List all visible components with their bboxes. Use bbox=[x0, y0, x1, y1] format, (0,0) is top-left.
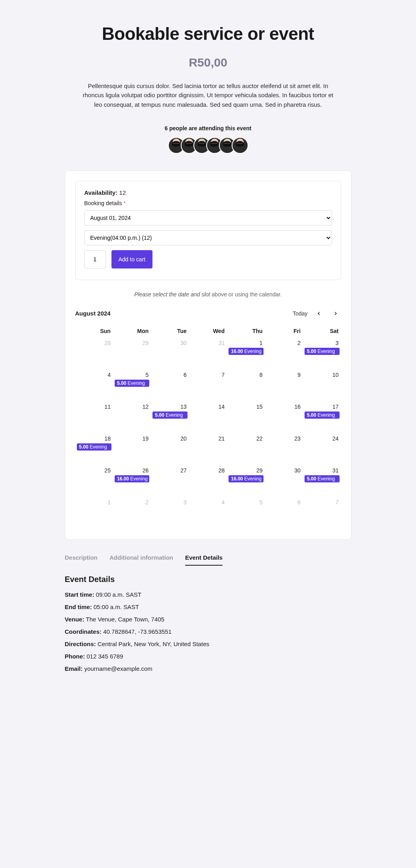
calendar-cell[interactable]: 23 bbox=[265, 434, 303, 466]
calendar-cell[interactable]: 9 bbox=[265, 370, 303, 402]
event-detail-key: Phone: bbox=[65, 653, 85, 660]
calendar-cell[interactable]: 175.00 Evening bbox=[303, 402, 341, 434]
calendar-cell: 30 bbox=[151, 338, 189, 370]
page-title: Bookable service or event bbox=[65, 24, 352, 44]
calendar-cell[interactable]: 28 bbox=[189, 466, 227, 498]
calendar-cell[interactable]: 21 bbox=[189, 434, 227, 466]
calendar-dow-row: SunMonTueWedThuFriSat bbox=[75, 325, 341, 338]
calendar-cell: 1 bbox=[75, 498, 113, 529]
calendar-day-number: 23 bbox=[267, 435, 301, 442]
calendar-cell[interactable]: 16 bbox=[265, 402, 303, 434]
calendar-dow: Wed bbox=[189, 325, 227, 338]
calendar-cell[interactable]: 4 bbox=[75, 370, 113, 402]
prev-month-button[interactable] bbox=[313, 308, 324, 319]
tab-additional-info[interactable]: Additional information bbox=[109, 554, 173, 566]
tab-event-details[interactable]: Event Details bbox=[185, 554, 223, 566]
calendar-day-number: 2 bbox=[267, 340, 301, 346]
calendar-cell[interactable]: 35.00 Evening bbox=[303, 338, 341, 370]
calendar-day-number: 25 bbox=[77, 467, 111, 474]
calendar-event-chip[interactable]: 5.00 Evening bbox=[305, 475, 339, 482]
calendar-cell[interactable]: 2 bbox=[265, 338, 303, 370]
calendar-day-number: 4 bbox=[191, 499, 225, 506]
calendar-cell[interactable]: 8 bbox=[227, 370, 265, 402]
calendar-cell: 2 bbox=[113, 498, 151, 529]
calendar-cell[interactable]: 25 bbox=[75, 466, 113, 498]
calendar-day-number: 8 bbox=[229, 372, 263, 378]
event-detail-row: Directions: Central Park, New York, NY, … bbox=[65, 641, 352, 647]
availability: Availability: 12 bbox=[84, 189, 332, 196]
calendar-day-number: 22 bbox=[229, 435, 263, 442]
calendar-cell[interactable]: 27 bbox=[151, 466, 189, 498]
calendar-event-chip[interactable]: 5.00 Evening bbox=[305, 348, 339, 355]
calendar-day-number: 3 bbox=[152, 499, 187, 506]
add-to-cart-button[interactable]: Add to cart bbox=[111, 250, 153, 268]
slot-select[interactable]: Evening(04:00 p.m.) (12) bbox=[84, 230, 332, 245]
calendar-cell[interactable]: 30 bbox=[265, 466, 303, 498]
calendar-event-chip[interactable]: 5.00 Evening bbox=[77, 443, 111, 451]
calendar-cell: 4 bbox=[189, 498, 227, 529]
event-detail-value: 40.7828647, -73.9653551 bbox=[102, 628, 172, 635]
calendar-cell[interactable]: 6 bbox=[151, 370, 189, 402]
short-description: Pellentesque quis cursus dolor. Sed laci… bbox=[81, 81, 336, 109]
calendar-day-number: 9 bbox=[267, 372, 301, 378]
calendar-cell[interactable]: 116.00 Evening bbox=[227, 338, 265, 370]
calendar-day-number: 3 bbox=[305, 340, 339, 346]
booking-card: Availability: 12 Booking details * Augus… bbox=[65, 170, 352, 540]
event-detail-key: Directions: bbox=[65, 641, 96, 647]
chevron-right-icon bbox=[333, 311, 338, 316]
event-detail-row: Coordinates: 40.7828647, -73.9653551 bbox=[65, 628, 352, 635]
event-detail-key: Start time: bbox=[65, 591, 94, 598]
calendar-event-chip[interactable]: 5.00 Evening bbox=[115, 380, 149, 387]
calendar-day-number: 7 bbox=[191, 372, 225, 378]
calendar-cell[interactable]: 135.00 Evening bbox=[151, 402, 189, 434]
next-month-button[interactable] bbox=[330, 308, 341, 319]
calendar-event-chip[interactable]: 5.00 Evening bbox=[152, 411, 187, 419]
calendar-day-number: 16 bbox=[267, 404, 301, 410]
calendar-cell[interactable]: 19 bbox=[113, 434, 151, 466]
calendar-event-chip[interactable]: 16.00 Evening bbox=[229, 348, 263, 355]
event-detail-key: End time: bbox=[65, 603, 92, 610]
calendar-dow: Fri bbox=[265, 325, 303, 338]
quantity-input[interactable] bbox=[84, 250, 106, 268]
calendar-event-chip[interactable]: 16.00 Evening bbox=[229, 475, 263, 482]
calendar-cell[interactable]: 2916.00 Evening bbox=[227, 466, 265, 498]
calendar-cell[interactable]: 315.00 Evening bbox=[303, 466, 341, 498]
calendar-hint: Please select the date and slot above or… bbox=[75, 291, 341, 298]
calendar-cell[interactable]: 12 bbox=[113, 402, 151, 434]
calendar-day-number: 6 bbox=[152, 372, 187, 378]
event-detail-key: Coordinates: bbox=[65, 628, 102, 635]
date-select[interactable]: August 01, 2024 bbox=[84, 210, 332, 225]
calendar-cell[interactable]: 10 bbox=[303, 370, 341, 402]
booking-form: Availability: 12 Booking details * Augus… bbox=[75, 181, 341, 280]
calendar-cell[interactable]: 7 bbox=[189, 370, 227, 402]
calendar-dow: Sat bbox=[303, 325, 341, 338]
calendar-cell[interactable]: 20 bbox=[151, 434, 189, 466]
calendar-day-number: 21 bbox=[191, 435, 225, 442]
today-button[interactable]: Today bbox=[293, 310, 307, 317]
calendar-day-number: 15 bbox=[229, 404, 263, 410]
calendar-cell[interactable]: 15 bbox=[227, 402, 265, 434]
calendar-day-number: 27 bbox=[152, 467, 187, 474]
calendar-dow: Mon bbox=[113, 325, 151, 338]
calendar-event-chip[interactable]: 16.00 Evening bbox=[115, 475, 149, 482]
calendar-cell[interactable]: 14 bbox=[189, 402, 227, 434]
calendar-cell[interactable]: 11 bbox=[75, 402, 113, 434]
calendar-cell: 28 bbox=[75, 338, 113, 370]
calendar-day-number: 29 bbox=[229, 467, 263, 474]
calendar-cell[interactable]: 22 bbox=[227, 434, 265, 466]
calendar-day-number: 30 bbox=[267, 467, 301, 474]
calendar-event-chip[interactable]: 5.00 Evening bbox=[305, 411, 339, 419]
calendar-day-number: 13 bbox=[152, 404, 187, 410]
calendar-cell[interactable]: 2616.00 Evening bbox=[113, 466, 151, 498]
calendar-cell[interactable]: 185.00 Evening bbox=[75, 434, 113, 466]
calendar-cell[interactable]: 55.00 Evening bbox=[113, 370, 151, 402]
calendar-day-number: 29 bbox=[115, 340, 149, 346]
calendar-day-number: 31 bbox=[305, 467, 339, 474]
calendar-cell: 3 bbox=[151, 498, 189, 529]
calendar-day-number: 12 bbox=[115, 404, 149, 410]
calendar-day-number: 7 bbox=[305, 499, 339, 506]
calendar-cell[interactable]: 24 bbox=[303, 434, 341, 466]
event-details-panel: Event Details Start time: 09:00 a.m. SAS… bbox=[65, 575, 352, 672]
event-detail-value: 05:00 a.m. SAST bbox=[92, 603, 139, 610]
tab-description[interactable]: Description bbox=[65, 554, 98, 566]
